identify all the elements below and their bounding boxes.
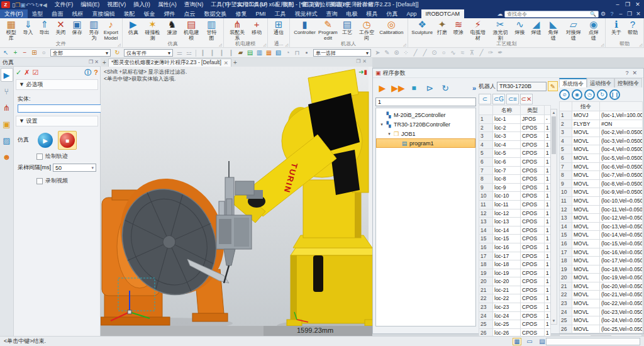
status-input-field[interactable] [546, 338, 640, 345]
ribbon-button[interactable]: ⋔装配关系 [226, 19, 249, 41]
table-row[interactable]: 14loc-14CPOS1 [479, 226, 551, 235]
instr-disable-icon[interactable]: ⊘ [559, 89, 570, 100]
table-row[interactable]: 20loc-20CPOS1 [479, 277, 551, 286]
robot-name-field[interactable]: TR30-1720B [497, 82, 547, 91]
group-launcher-icon[interactable]: ◿ [639, 42, 642, 47]
new-tab-button-2[interactable]: + [231, 59, 239, 67]
ribbon-tab[interactable]: 点云 [180, 9, 200, 18]
tabbar-close-icon[interactable]: ✕ [362, 59, 369, 64]
ribbon-button[interactable]: ⇓导入 [19, 19, 36, 35]
viewport-door-icon[interactable]: ▮ [364, 69, 367, 75]
snap-icon[interactable]: ⊛ [392, 48, 401, 57]
table-row[interactable]: 9loc-9CPOS1 [479, 183, 551, 192]
sidebar-structure-icon[interactable]: ⋔ [1, 101, 13, 114]
table-row[interactable]: 4loc-4CPOS1 [479, 140, 551, 149]
run-loop-icon[interactable]: ↻ [438, 81, 452, 95]
panel-help-icon[interactable]: ? [94, 69, 98, 76]
ribbon-button[interactable]: ♞漫游 [164, 19, 180, 35]
ok-icon[interactable]: ✓ [16, 69, 21, 77]
dot-icon[interactable]: ▪ [302, 48, 311, 57]
add-icon[interactable]: + [11, 48, 20, 57]
group-launcher-icon[interactable]: ◿ [601, 42, 604, 47]
ribbon-button[interactable]: +移动 [248, 19, 265, 35]
tree-caret-icon[interactable]: ▾ [386, 131, 392, 137]
points-icon[interactable]: ⁘ [401, 48, 411, 57]
ribbon-button[interactable]: ◎Calibration [378, 19, 404, 35]
ribbon-button[interactable]: ♪Export Model [103, 19, 119, 41]
table-row[interactable]: 15MOVL(loc-14,Vel=0.05000,A [560, 231, 643, 240]
sidebar-mechanism-icon[interactable]: ⑂ [1, 84, 13, 98]
curve-2-icon[interactable]: ≈ [458, 48, 467, 57]
sim-play-button[interactable]: ▶ [38, 133, 53, 148]
table-row[interactable]: 16loc-16CPOS1 [479, 243, 551, 252]
hand-1-icon[interactable]: ✑ [486, 48, 496, 57]
table-row[interactable]: 1MOVJ(loc-1,Vel=100.00000 [560, 111, 643, 120]
doc-restore-icon[interactable]: ❐ [625, 11, 634, 17]
table-row[interactable]: 19loc-19CPOS1 [479, 269, 551, 277]
table-row[interactable]: 7loc-7CPOS1 [479, 166, 551, 175]
menu-item[interactable]: 文件(F) [51, 0, 77, 9]
box-select-icon[interactable]: ⊞ [30, 48, 39, 57]
ribbon-button[interactable]: ✶碰撞检测 [142, 19, 164, 41]
bookmark-1-icon[interactable]: ❙ [198, 48, 208, 57]
ribbon-button[interactable]: ✎Program edit [317, 19, 339, 41]
ribbon-tab[interactable]: 造型 [28, 9, 48, 18]
status-monitor-icon[interactable]: ▭ [525, 338, 534, 345]
ribbon-button[interactable]: ◢焊缝 [528, 19, 545, 35]
ribbon-tab[interactable]: IROBOTCAM [421, 9, 465, 18]
ribbon-button[interactable]: ✦打磨 [434, 19, 450, 35]
table-row[interactable]: 21MOVL(loc-20,Vel=0.05000,A [560, 282, 643, 291]
instruction-tab[interactable]: 控制指令 [614, 78, 642, 87]
tree-node[interactable]: ▾▚TR30-1720BController [376, 120, 475, 129]
apply-icon[interactable]: ☑ [32, 69, 38, 77]
view-icon[interactable]: ▧ [274, 48, 283, 57]
undo-icon[interactable]: ↶ [26, 2, 31, 8]
points-table[interactable]: 名称类型1loc-1JPOS-2loc-2CPOS13loc-3CPOS14lo… [479, 105, 551, 337]
ribbon-tab[interactable]: 数据交换 [200, 9, 231, 18]
instr-rotate-icon[interactable]: ↻ [597, 89, 608, 100]
instr-timer-icon[interactable]: ◷ [584, 89, 595, 100]
doc-close-icon[interactable]: ✕ [634, 11, 643, 17]
ribbon-tab[interactable]: 视觉样式 [291, 9, 322, 18]
show-filter-icon[interactable]: ↻ [113, 48, 122, 57]
table-row[interactable]: 7MOVL(loc-6,Vel=0.05000,A [560, 162, 643, 171]
grid-icon[interactable]: ▤ [245, 48, 255, 57]
points-vscrollbar[interactable]: ▲▼ [550, 109, 557, 325]
group-launcher-icon[interactable]: ◿ [219, 42, 222, 47]
viewport-3d[interactable]: <Shift +鼠标右键> 显示选择过滤器. <单击中键>获取实体输入选项. ➜… [101, 67, 372, 336]
line-1-icon[interactable]: ╱ [411, 48, 420, 57]
sidebar-user-icon[interactable]: ☻ [1, 150, 13, 164]
sim-stop-button[interactable]: ■ [60, 133, 75, 148]
instr-pause-icon[interactable]: ❙❙ [609, 89, 620, 100]
align-1-icon[interactable]: ⚌ [175, 48, 184, 57]
document-tab[interactable]: *图灵变位机熔覆2更薄叶片程序2.Z3 - [Default]✕ [108, 59, 231, 67]
ribbon-tab[interactable]: 模具 [362, 9, 382, 18]
diag-icon[interactable]: ╱ [477, 48, 486, 57]
table-row[interactable]: 25MOVL(loc-24,Vel=0.05000,A [560, 316, 643, 325]
record-video-checkbox[interactable] [36, 178, 43, 184]
menu-item[interactable]: 查询(N) [180, 0, 208, 9]
table-row[interactable]: 11MOVL(loc-10,Vel=0.05000,A [560, 196, 643, 205]
ribbon-button[interactable]: ✂激光切割 [489, 19, 512, 41]
hand-2-icon[interactable]: ✒ [496, 48, 505, 57]
ribbon-tab[interactable]: 电极 [342, 9, 362, 18]
table-row[interactable]: 14MOVL(loc-13,Vel=0.05000,A [560, 222, 643, 231]
new-tab-button[interactable]: + [101, 59, 108, 67]
table-row[interactable]: 10MOVL(loc-9,Vel=0.05000,A [560, 188, 643, 197]
ribbon-tab[interactable]: PMI [252, 9, 270, 18]
status-calendar-icon[interactable]: ▤ [538, 338, 547, 345]
panel-help-button[interactable]: ? [625, 70, 632, 76]
info-icon[interactable]: ⓘ [84, 68, 91, 77]
command-search-input[interactable]: 查找命令🔍 [504, 11, 599, 18]
cloud-icon[interactable]: ☁ [496, 11, 504, 17]
table-row[interactable]: 5MOVL(loc-4,Vel=0.05000,A [560, 145, 643, 154]
settings-section-header[interactable]: ▼ 设置 [16, 116, 98, 126]
panel-close-button[interactable]: ✕ [632, 70, 641, 76]
sound-icon[interactable]: ◀ [43, 2, 47, 8]
table-row[interactable]: 6MOVL(loc-5,Vel=0.05000,A [560, 153, 643, 162]
point-insert-icon[interactable]: ⊂≡ [506, 94, 519, 104]
pick-arrow-icon[interactable]: ➤ [373, 48, 382, 57]
line-2-icon[interactable]: ╱ [420, 48, 430, 57]
ribbon-button[interactable]: ▣保存 [69, 19, 85, 35]
minimize-button[interactable]: – [613, 0, 623, 9]
